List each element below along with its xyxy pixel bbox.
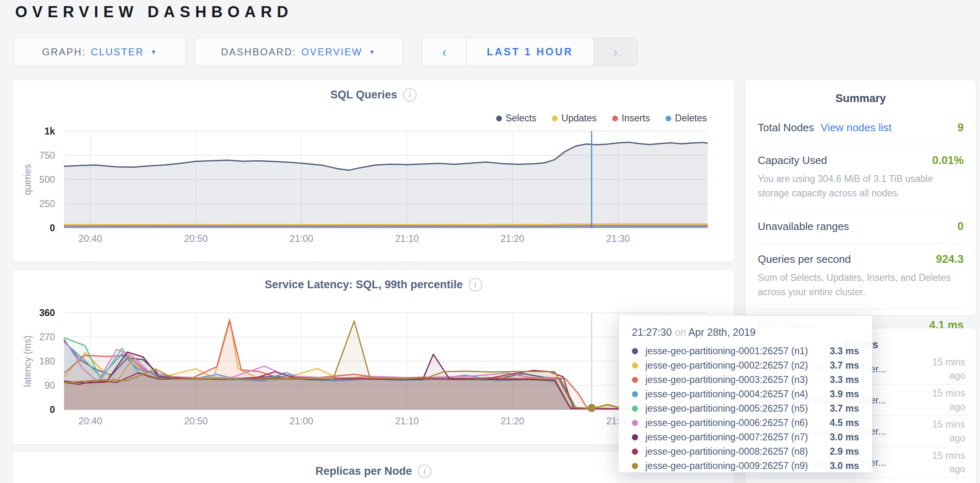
tooltip-date: Apr 28th, 2019 (688, 326, 756, 338)
tooltip-node-row: jesse-geo-partitioning-0003:26257 (n3)3.… (632, 373, 859, 387)
svg-text:360: 360 (39, 308, 55, 318)
node-color-dot-icon (632, 420, 638, 426)
tooltip-node-row: jesse-geo-partitioning-0006:26257 (n6)4.… (632, 416, 859, 430)
graph-dropdown-label: GRAPH: (42, 46, 86, 58)
time-range-prev-button[interactable]: ‹ (422, 38, 466, 66)
svg-text:20:50: 20:50 (184, 233, 208, 244)
summary-row-value: 9 (957, 121, 964, 134)
tooltip-node-row: jesse-geo-partitioning-0004:26257 (n4)3.… (632, 387, 859, 401)
tooltip-node-name: jesse-geo-partitioning-0002:26257 (n2) (645, 360, 821, 371)
tooltip-node-latency: 3.0 ms (821, 432, 859, 443)
tooltip-on: on (675, 326, 686, 338)
summary-row-label: Total Nodes (758, 121, 814, 134)
node-color-dot-icon (632, 348, 638, 354)
tooltip-node-latency: 3.7 ms (821, 360, 859, 371)
tooltip-node-row: jesse-geo-partitioning-0001:26257 (n1)3.… (632, 344, 859, 358)
dashboard-dropdown-label: DASHBOARD: (221, 46, 296, 58)
svg-text:180: 180 (39, 356, 55, 367)
tooltip-node-row: jesse-geo-partitioning-0002:26257 (n2)3.… (632, 358, 859, 373)
dashboard-dropdown[interactable]: DASHBOARD: OVERVIEW ▼ (194, 38, 403, 66)
tooltip-node-row: jesse-geo-partitioning-0009:26257 (n9)3.… (632, 459, 859, 473)
svg-text:500: 500 (39, 174, 55, 185)
chevron-down-icon: ▼ (150, 48, 157, 55)
replicas-per-node-title: Replicas per Node (315, 465, 412, 478)
summary-row: Capacity Used0.01%You are using 304.6 Mi… (758, 144, 964, 210)
chevron-left-icon: ‹ (442, 44, 447, 60)
svg-text:latency (ms): latency (ms) (22, 335, 33, 387)
summary-panel: Summary Total NodesView nodes list9Capac… (745, 80, 976, 316)
node-color-dot-icon (632, 449, 638, 455)
tooltip-node-latency: 3.3 ms (821, 346, 859, 357)
summary-row-label: Capacity Used (758, 154, 827, 167)
node-color-dot-icon (632, 406, 638, 412)
time-range-next-button[interactable]: › (593, 38, 637, 66)
tooltip-node-name: jesse-geo-partitioning-0003:26257 (n3) (645, 374, 821, 385)
tooltip-node-name: jesse-geo-partitioning-0008:26257 (n8) (645, 446, 821, 457)
event-timestamp: 15 mins ago (920, 387, 965, 413)
event-timestamp: 15 mins ago (920, 418, 965, 444)
summary-row-subtext: Sum of Selects, Updates, Inserts, and De… (758, 271, 964, 299)
time-range-label[interactable]: LAST 1 HOUR (466, 38, 593, 66)
tooltip-node-name: jesse-geo-partitioning-0009:26257 (n9) (645, 460, 821, 472)
tooltip-node-name: jesse-geo-partitioning-0005:26257 (n5) (645, 403, 821, 414)
svg-text:21:10: 21:10 (395, 416, 419, 426)
svg-text:21:00: 21:00 (289, 416, 313, 426)
graph-dropdown[interactable]: GRAPH: CLUSTER ▼ (14, 38, 186, 66)
svg-text:270: 270 (39, 332, 55, 342)
node-color-dot-icon (632, 463, 638, 469)
svg-text:20:40: 20:40 (79, 416, 103, 426)
summary-row: Unavailable ranges0 (758, 210, 964, 243)
node-color-dot-icon (632, 362, 638, 369)
tooltip-node-latency: 3.0 ms (821, 460, 859, 472)
summary-row-label: Unavailable ranges (758, 220, 849, 233)
tooltip-node-row: jesse-geo-partitioning-0008:26257 (n8)2.… (632, 444, 859, 459)
tooltip-timestamp: 21:27:30 on Apr 28th, 2019 (632, 326, 859, 338)
tooltip-node-name: jesse-geo-partitioning-0006:26257 (n6) (645, 417, 821, 428)
svg-text:250: 250 (39, 198, 55, 209)
svg-text:750: 750 (39, 150, 55, 161)
view-nodes-list-link[interactable]: View nodes list (820, 121, 891, 134)
time-range-selector: ‹ LAST 1 HOUR › (422, 38, 638, 66)
info-icon[interactable]: i (418, 465, 431, 478)
page-title: OVERVIEW DASHBOARD (15, 3, 293, 21)
svg-text:21:20: 21:20 (501, 233, 524, 244)
tooltip-node-latency: 4.5 ms (821, 417, 859, 428)
summary-row-value: 0.01% (932, 154, 964, 167)
graph-dropdown-value: CLUSTER (91, 46, 144, 58)
node-color-dot-icon (632, 377, 638, 383)
svg-text:20:50: 20:50 (184, 416, 208, 426)
summary-row-label: Queries per second (758, 253, 851, 266)
tooltip-node-row: jesse-geo-partitioning-0007:26257 (n7)3.… (632, 430, 859, 444)
summary-row-value: 924.3 (936, 253, 964, 266)
chart-hover-tooltip: 21:27:30 on Apr 28th, 2019 jesse-geo-par… (619, 316, 872, 472)
tooltip-node-name: jesse-geo-partitioning-0007:26257 (n7) (645, 432, 821, 443)
svg-text:queries: queries (22, 164, 33, 195)
overview-dashboard-page: OVERVIEW DASHBOARD GRAPH: CLUSTER ▼ DASH… (0, 0, 980, 483)
sql-queries-chart[interactable]: 02505007501k20:4020:5021:0021:1021:2021:… (13, 80, 734, 262)
chevron-right-icon: › (613, 44, 618, 60)
svg-text:21:10: 21:10 (395, 233, 419, 244)
svg-text:20:40: 20:40 (79, 233, 103, 244)
svg-text:21:20: 21:20 (501, 416, 524, 426)
tooltip-node-latency: 3.7 ms (821, 403, 859, 414)
dashboard-dropdown-value: OVERVIEW (301, 46, 362, 58)
tooltip-node-name: jesse-geo-partitioning-0001:26257 (n1) (645, 346, 821, 357)
node-color-dot-icon (632, 434, 638, 440)
svg-text:0: 0 (50, 223, 55, 233)
sql-queries-card: SQL Queries i SelectsUpdatesInsertsDelet… (12, 80, 734, 262)
event-timestamp: 15 mins ago (920, 449, 965, 475)
chevron-down-icon: ▼ (369, 48, 376, 55)
event-timestamp: 15 mins ago (920, 355, 965, 382)
summary-row-value: 0 (957, 220, 964, 233)
svg-text:1k: 1k (44, 126, 55, 137)
summary-rows: Total NodesView nodes list9Capacity Used… (745, 112, 976, 342)
tooltip-time: 21:27:30 (632, 326, 672, 338)
svg-text:0: 0 (50, 404, 55, 415)
summary-title: Summary (745, 80, 976, 112)
summary-row-subtext: You are using 304.6 MiB of 3.1 TiB usabl… (758, 172, 964, 200)
summary-row: Queries per second924.3Sum of Selects, U… (758, 243, 964, 309)
tooltip-node-name: jesse-geo-partitioning-0004:26257 (n4) (645, 389, 821, 400)
tooltip-node-row: jesse-geo-partitioning-0005:26257 (n5)3.… (632, 401, 859, 416)
tooltip-node-latency: 3.3 ms (821, 374, 859, 385)
tooltip-node-latency: 2.9 ms (821, 446, 859, 457)
